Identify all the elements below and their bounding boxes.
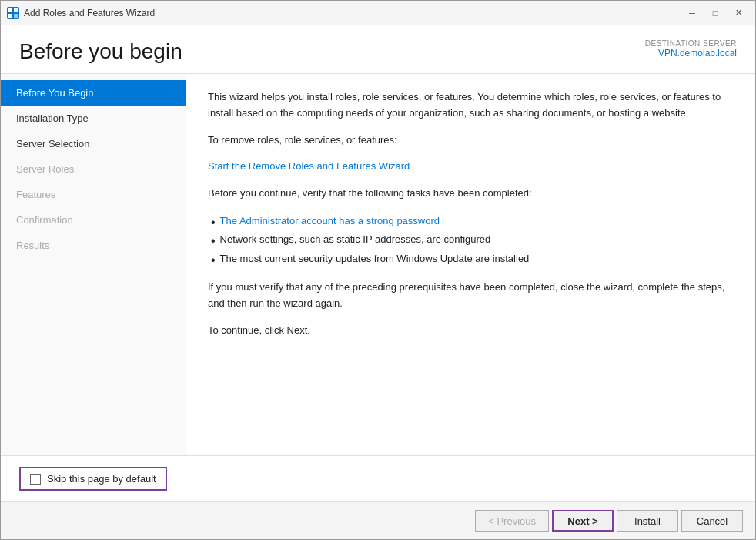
skip-area: Skip this page by default [1,456,755,502]
sidebar-item-server-selection[interactable]: Server Selection [1,131,186,156]
destination-server-info: DESTINATION SERVER VPN.demolab.local [645,39,737,59]
destination-label: DESTINATION SERVER [645,39,737,48]
bullet-text-3: The most current security updates from W… [220,250,530,267]
page-title: Before you begin [19,39,182,64]
window-controls: ─ □ ✕ [681,5,749,22]
verify-tasks-label: Before you continue, verify that the fol… [208,186,734,202]
app-icon [7,7,19,19]
maximize-button[interactable]: □ [704,5,726,22]
continue-note: To continue, click Next. [208,323,734,339]
remove-roles-link: Start the Remove Roles and Features Wiza… [208,159,734,175]
bullet-text-2: Network settings, such as static IP addr… [220,231,491,248]
sidebar-item-results: Results [1,233,186,258]
bullet-item-2: • Network settings, such as static IP ad… [211,231,734,250]
previous-button[interactable]: < Previous [475,510,549,532]
bullet-item-3: • The most current security updates from… [211,250,734,269]
sidebar-item-before-you-begin[interactable]: Before You Begin [1,80,186,106]
bullet-list: • The Administrator account has a strong… [208,213,734,269]
remove-wizard-link[interactable]: Start the Remove Roles and Features Wiza… [208,160,410,172]
wizard-header: Before you begin DESTINATION SERVER VPN.… [1,25,755,74]
cancel-button[interactable]: Cancel [681,510,743,532]
button-bar: < Previous Next > Install Cancel [1,502,755,539]
sidebar-item-server-roles: Server Roles [1,156,186,182]
sidebar-item-features: Features [1,182,186,207]
close-wizard-note: If you must verify that any of the prece… [208,280,734,312]
sidebar-item-installation-type[interactable]: Installation Type [1,106,186,131]
title-bar: Add Roles and Features Wizard ─ □ ✕ [1,1,755,25]
sidebar-item-confirmation: Confirmation [1,207,186,233]
install-button[interactable]: Install [617,510,678,532]
minimize-button[interactable]: ─ [681,5,703,22]
wizard-window: Add Roles and Features Wizard ─ □ ✕ Befo… [0,0,756,540]
bullet-dot-2: • [211,233,216,250]
svg-rect-0 [8,8,12,12]
next-button[interactable]: Next > [552,510,614,532]
bullet-text-1: The Administrator account has a strong p… [220,213,440,230]
skip-label: Skip this page by default [47,473,156,485]
title-bar-left: Add Roles and Features Wizard [7,7,155,19]
svg-rect-3 [14,14,18,18]
svg-rect-1 [14,8,18,12]
remove-roles-label: To remove roles, role services, or featu… [208,132,734,149]
bullet-item-1: • The Administrator account has a strong… [211,213,734,231]
intro-paragraph: This wizard helps you install roles, rol… [208,89,734,122]
wizard-sidebar: Before You Begin Installation Type Serve… [1,74,186,455]
bullet-dot-3: • [211,252,216,269]
bullet-dot-1: • [211,214,216,231]
svg-rect-2 [8,14,12,18]
server-name: VPN.demolab.local [645,48,737,59]
footer-area: Skip this page by default < Previous Nex… [1,455,755,539]
content-area: Before You Begin Installation Type Serve… [1,74,755,455]
skip-checkbox-wrapper[interactable]: Skip this page by default [19,467,167,491]
main-content: This wizard helps you install roles, rol… [186,74,755,455]
close-button[interactable]: ✕ [728,5,749,22]
skip-checkbox[interactable] [30,474,41,485]
window-title: Add Roles and Features Wizard [24,8,155,18]
